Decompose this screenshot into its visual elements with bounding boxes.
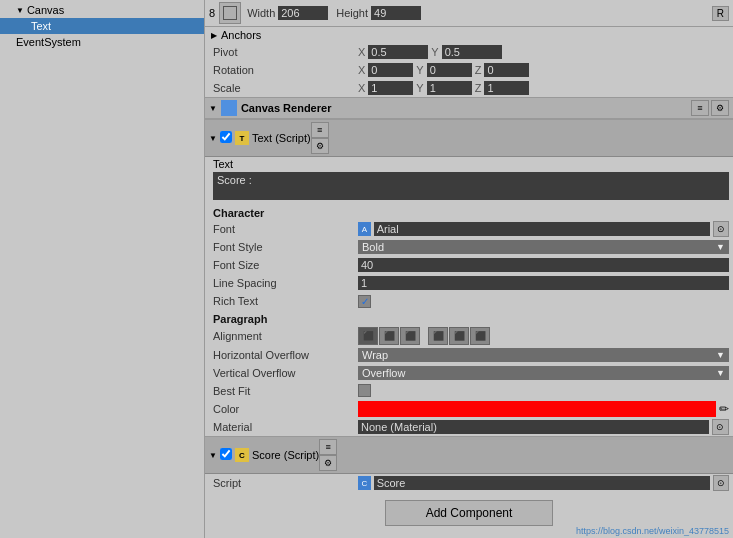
scale-xyz: X Y Z [358,81,729,95]
score-script-header[interactable]: ▼ C Score (Script) ≡ ⚙ [205,436,733,474]
best-fit-label: Best Fit [213,385,358,397]
align-center-top[interactable]: ⬛ [379,327,399,345]
script-picker-icon[interactable]: ⊙ [713,475,729,491]
anchors-row[interactable]: ▶ Anchors [205,27,733,43]
horiz-overflow-arrow: ▼ [716,350,725,360]
canvas-renderer-icon [221,100,237,116]
font-label: Font [213,223,358,235]
hierarchy-panel: ▼ Canvas Text EventSystem [0,0,205,538]
best-fit-checkbox[interactable] [358,384,371,397]
scale-y-input[interactable] [427,81,472,95]
sidebar-item-eventsystem[interactable]: EventSystem [0,34,204,50]
material-picker-icon[interactable]: ⊙ [712,419,729,435]
height-label: Height [336,7,368,19]
text-script-triangle: ▼ [209,134,217,143]
vert-overflow-val: Overflow ▼ [358,366,729,380]
line-spacing-input[interactable] [358,276,729,290]
rot-y-input[interactable] [427,63,472,77]
pivot-y-input[interactable] [442,45,502,59]
color-swatch[interactable] [358,401,716,417]
scale-z-input[interactable] [484,81,529,95]
vert-overflow-dropdown[interactable]: Overflow ▼ [358,366,729,380]
rich-text-row: Rich Text [205,292,733,310]
horiz-overflow-label: Horizontal Overflow [213,349,358,361]
rotation-xyz: X Y Z [358,63,729,77]
rot-x-label: X [358,64,365,76]
anchors-label: Anchors [221,29,261,41]
font-style-dropdown[interactable]: Bold ▼ [358,240,729,254]
align-left-mid[interactable]: ⬛ [428,327,448,345]
eventsystem-label: EventSystem [16,36,81,48]
text-script-checkbox-icon [220,131,235,145]
scale-values: X Y Z [358,81,729,95]
width-group: Width [247,6,328,20]
rot-x-input[interactable] [368,63,413,77]
rot-z-input[interactable] [484,63,529,77]
scale-y-label: Y [416,82,423,94]
script-val-wrap: C ⊙ [358,475,729,491]
horiz-overflow-val: Wrap ▼ [358,348,729,362]
align-left-top[interactable]: ⬛ [358,327,378,345]
rotation-row: Rotation X Y Z [205,61,733,79]
script-label: Script [213,477,358,489]
rich-text-val [358,295,729,308]
horiz-overflow-dropdown[interactable]: Wrap ▼ [358,348,729,362]
font-style-val: Bold ▼ [358,240,729,254]
alignment-label: Alignment [213,330,358,342]
script-field-group: C ⊙ [358,475,729,491]
align-right-top[interactable]: ⬛ [400,327,420,345]
canvas-renderer-menu-icon[interactable]: ≡ [691,100,709,116]
pivot-values: X Y [358,45,729,59]
font-picker-icon[interactable]: ⊙ [713,221,729,237]
canvas-renderer-header[interactable]: ▼ Canvas Renderer ≡ ⚙ [205,97,733,119]
text-script-gear-icon[interactable]: ⚙ [311,138,329,154]
text-script-icon: T [235,131,249,145]
score-script-enabled[interactable] [220,448,232,460]
vert-overflow-arrow: ▼ [716,368,725,378]
line-spacing-label: Line Spacing [213,277,358,289]
material-field-group: ⊙ [358,419,729,435]
align-group: ⬛ ⬛ ⬛ ⬛ ⬛ ⬛ [358,327,729,345]
text-script-title: Text (Script) [252,132,311,144]
text-script-enabled[interactable] [220,131,232,143]
color-label: Color [213,403,358,415]
font-value-wrap: A ⊙ [358,221,729,237]
canvas-renderer-triangle: ▼ [209,104,217,113]
text-script-header[interactable]: ▼ T Text (Script) ≡ ⚙ [205,119,733,157]
text-script-menu-icon[interactable]: ≡ [311,122,329,138]
pivot-x-input[interactable] [368,45,428,59]
sidebar-item-canvas[interactable]: ▼ Canvas [0,2,204,18]
rect-num: 8 [209,7,215,19]
font-size-input[interactable] [358,258,729,272]
height-input[interactable] [371,6,421,20]
score-script-icons: ≡ ⚙ [319,439,337,471]
score-script-menu-icon[interactable]: ≡ [319,439,337,455]
score-script-gear-icon[interactable]: ⚙ [319,455,337,471]
add-component-button[interactable]: Add Component [385,500,554,526]
rich-text-checkbox[interactable] [358,295,371,308]
align-center-mid[interactable]: ⬛ [449,327,469,345]
text-input-area[interactable]: Score : [213,172,729,200]
script-input[interactable] [374,476,710,490]
pivot-xyz: X Y [358,45,729,59]
color-pen-icon[interactable]: ✏ [719,402,729,416]
text-label: Text [31,20,51,32]
material-label: Material [213,421,358,433]
font-row: Font A ⊙ [205,220,733,238]
vert-overflow-row: Vertical Overflow Overflow ▼ [205,364,733,382]
align-right-mid[interactable]: ⬛ [470,327,490,345]
canvas-renderer-gear-icon[interactable]: ⚙ [711,100,729,116]
material-input[interactable] [358,420,709,434]
rotation-label: Rotation [213,64,358,76]
alignment-buttons: ⬛ ⬛ ⬛ ⬛ ⬛ ⬛ [358,327,729,345]
character-title: Character [205,204,733,220]
text-script-icons: ≡ ⚙ [311,122,329,154]
width-input[interactable] [278,6,328,20]
r-button[interactable]: R [712,6,729,21]
score-script-checkbox-wrap [220,448,235,462]
scale-x-input[interactable] [368,81,413,95]
script-icon: C [358,476,371,490]
sidebar-item-text[interactable]: Text [0,18,204,34]
font-input[interactable] [374,222,710,236]
scale-label: Scale [213,82,358,94]
